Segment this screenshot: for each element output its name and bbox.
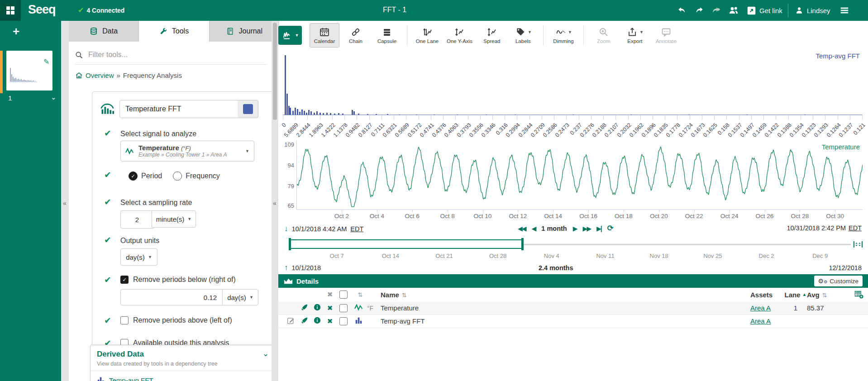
expand-range-icon[interactable]	[853, 239, 863, 252]
worksheet-thumbnail[interactable]: ✎	[6, 51, 52, 90]
add-worksheet-button[interactable]: +	[13, 24, 19, 38]
asset-link[interactable]: Area A	[750, 317, 771, 325]
fft-axis-tick	[763, 115, 764, 120]
duration-label[interactable]: 1 month	[541, 225, 567, 232]
strip-scrollbar[interactable]	[273, 23, 277, 120]
calendar-button[interactable]: Calendar	[310, 23, 339, 48]
asset-link[interactable]: Area A	[750, 304, 771, 312]
item-name[interactable]: Temp-avg FFT	[381, 317, 750, 325]
details-table-row[interactable]: ✖Temp-avg FFTArea A	[278, 314, 868, 328]
slider-handle-left[interactable]	[289, 238, 291, 250]
app-switcher-button[interactable]	[0, 0, 21, 21]
dimming-button[interactable]: ▼Dimming	[548, 23, 578, 48]
home-icon[interactable]	[75, 71, 83, 79]
display-start-timezone[interactable]: EDT	[350, 225, 363, 233]
row-checkbox[interactable]	[339, 304, 348, 312]
rocket-icon[interactable]	[300, 304, 308, 313]
remove-item-icon[interactable]: ✖	[327, 317, 333, 325]
tool-name-input[interactable]	[119, 100, 243, 118]
avg-column-header[interactable]: Avg⇅	[807, 291, 848, 299]
one-lane-icon	[421, 27, 433, 38]
details-table-row[interactable]: ✖°FTemperatureArea A185.37	[278, 301, 868, 315]
connection-status: ✔ 4 Connected	[78, 6, 124, 14]
assets-column-header[interactable]: Assets	[750, 291, 784, 299]
color-swatch[interactable]	[243, 104, 253, 114]
hamburger-menu-button[interactable]	[837, 3, 852, 18]
name-column-header[interactable]: Name⇅	[381, 291, 750, 299]
display-start-datetime[interactable]: 10/1/2018 4:42 AM	[292, 225, 347, 233]
user-menu[interactable]: Lindsey	[790, 3, 835, 18]
period-radio[interactable]	[129, 171, 138, 181]
display-end-datetime[interactable]: 10/31/2018 2:42 PM	[787, 224, 846, 232]
capsule-button[interactable]: Capsule	[372, 23, 402, 48]
investigate-start-date[interactable]: 10/1/2018	[292, 264, 321, 271]
one-y-axis-button[interactable]: One Y-Axis	[444, 23, 476, 48]
remove-below-checkbox[interactable]	[120, 276, 129, 284]
view-selector-button[interactable]: ▼	[278, 26, 302, 45]
frequency-radio-label[interactable]: Frequency	[186, 172, 220, 180]
remove-all-icon[interactable]: ✖	[327, 291, 333, 299]
tab-tools[interactable]: Tools	[139, 21, 209, 42]
display-end-timezone[interactable]: EDT	[849, 224, 862, 232]
worksheet-chevron-down-icon[interactable]: ⌄	[51, 93, 57, 101]
add-column-icon[interactable]	[854, 291, 863, 299]
sampling-unit-dropdown[interactable]: minute(s) ▼	[152, 210, 196, 228]
panel-collapse-strip-right[interactable]: «	[272, 21, 278, 381]
derived-data-chevron-icon[interactable]: ⌄	[262, 349, 269, 358]
tab-journal[interactable]: Journal	[210, 21, 279, 42]
select-all-checkbox[interactable]	[339, 291, 348, 299]
output-unit-dropdown[interactable]: day(s) ▼	[120, 248, 157, 266]
info-icon[interactable]	[314, 317, 321, 325]
sort-avg-icon[interactable]: ⇅	[822, 292, 827, 299]
signal-select[interactable]: Temperature (°F) Example » Cooling Tower…	[120, 141, 254, 162]
derived-data-link[interactable]: Temp-avg FFT	[109, 376, 153, 381]
collapse-left-icon[interactable]: «	[63, 200, 67, 207]
redo-button[interactable]	[692, 3, 707, 18]
lane-column-header[interactable]: Lane▲	[784, 291, 807, 299]
spread-button[interactable]: Spread	[477, 23, 507, 48]
tab-data[interactable]: Data	[69, 21, 139, 42]
chain-button[interactable]: Chain	[341, 23, 371, 48]
remove-above-checkbox[interactable]	[120, 316, 129, 324]
panel-collapse-strip-left[interactable]: «	[61, 21, 69, 381]
investigate-end-date[interactable]: 12/12/2018	[829, 264, 862, 271]
frequency-radio[interactable]	[173, 171, 182, 181]
item-name[interactable]: Temperature	[381, 304, 750, 312]
undo-button[interactable]	[674, 3, 690, 18]
sort-name-icon[interactable]: ⇅	[402, 292, 407, 299]
trend-chart[interactable]	[296, 140, 863, 210]
slider-handle-right[interactable]	[521, 238, 524, 250]
time-slider-window[interactable]	[290, 239, 523, 249]
fft-chart[interactable]: 05.68892.84441.89631.42221.13780.94820.8…	[283, 55, 862, 115]
one-lane-button[interactable]: One Lane	[412, 23, 442, 48]
fft-bar	[486, 114, 487, 115]
step-back-fast-button[interactable]: ◀◀	[518, 225, 526, 232]
step-forward-fast-button[interactable]: ▶▶	[583, 225, 591, 232]
row-checkbox[interactable]	[339, 317, 348, 325]
signal-color-swatch-addon[interactable]	[238, 100, 258, 118]
filter-tools-input[interactable]	[87, 50, 265, 59]
remove-below-value-input[interactable]	[120, 289, 223, 305]
rocket-icon[interactable]	[300, 317, 308, 326]
breadcrumb-root[interactable]: Overview	[86, 71, 114, 79]
sort-type-icon[interactable]: ⇅	[358, 291, 363, 298]
remove-below-unit-dropdown[interactable]: day(s) ▼	[222, 289, 258, 305]
step-forward-button[interactable]: ▶	[573, 225, 577, 232]
info-icon[interactable]	[314, 304, 321, 312]
refresh-button[interactable]: ⟳	[607, 224, 614, 233]
export-button[interactable]: ▼Export	[620, 23, 650, 48]
collapse-right-icon[interactable]: «	[273, 200, 277, 207]
customize-button[interactable]: ⚙⚙ Customize	[814, 276, 863, 286]
period-radio-label[interactable]: Period	[141, 172, 162, 180]
labels-button[interactable]: ▼Labels	[508, 23, 538, 48]
step-to-end-button[interactable]: ▶|	[596, 225, 601, 232]
remove-item-icon[interactable]: ✖	[327, 304, 333, 312]
step-back-button[interactable]: ◀	[532, 225, 536, 232]
sampling-rate-input[interactable]	[120, 210, 154, 229]
derived-data-item[interactable]: Temp-avg FFT	[97, 376, 153, 381]
edit-tool-icon[interactable]	[287, 317, 295, 326]
users-button[interactable]	[726, 3, 741, 18]
redo-all-button[interactable]	[709, 3, 724, 18]
available-outside-checkbox[interactable]	[120, 339, 129, 345]
get-link-button[interactable]: Get link	[743, 3, 786, 18]
